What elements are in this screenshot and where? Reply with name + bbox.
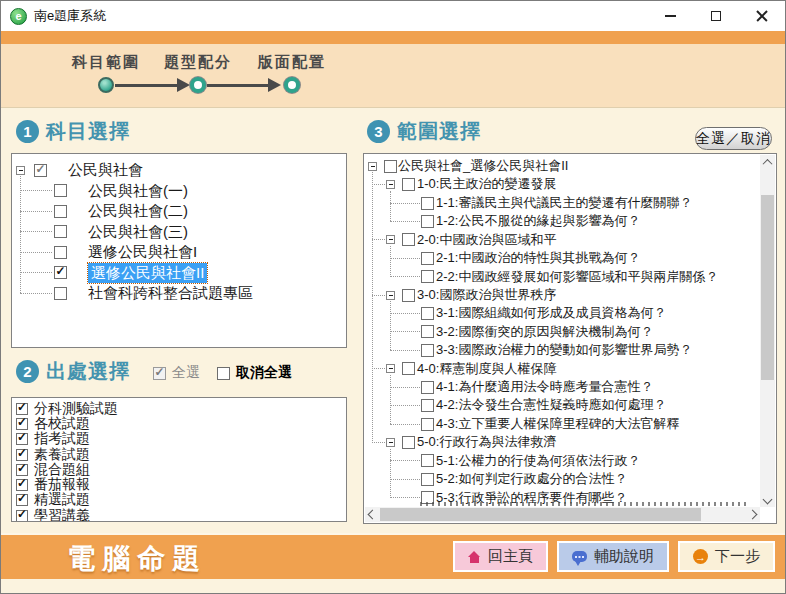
- step-indicator: 科目範圍 題型配分 版面配置: [1, 44, 785, 108]
- tree-checkbox[interactable]: [421, 307, 434, 320]
- tree-connector: [390, 479, 420, 480]
- check-icon: ✓: [36, 162, 46, 176]
- tree-checkbox[interactable]: [421, 381, 434, 394]
- tree-checkbox[interactable]: [402, 233, 415, 246]
- tree-checkbox[interactable]: [421, 215, 434, 228]
- tree-checkbox[interactable]: [402, 178, 415, 191]
- source-checkbox[interactable]: ✓: [16, 464, 28, 476]
- source-checkbox[interactable]: ✓: [16, 479, 28, 491]
- tree-checkbox[interactable]: ✓: [34, 164, 47, 177]
- horizontal-scrollbar[interactable]: [365, 507, 760, 522]
- tree-connector: [390, 246, 391, 277]
- tree-checkbox[interactable]: [54, 246, 67, 259]
- tree-item-label[interactable]: 公民與社會(三): [88, 222, 188, 243]
- toggle-select-all-button[interactable]: 全選／取消: [695, 127, 772, 150]
- footer-bar: 電腦命題 回主頁 輔助說明 → 下一步: [1, 533, 785, 579]
- tree-checkbox[interactable]: [421, 399, 434, 412]
- tree-expand-toggle[interactable]: [16, 166, 25, 175]
- tree-item-label[interactable]: 2-2:中國政經發展如何影響區域和平與兩岸關係？: [436, 268, 718, 286]
- tree-item-label[interactable]: 1-2:公民不服從的緣起與影響為何？: [436, 212, 640, 230]
- tree-item-label[interactable]: 選修公民與社會II: [88, 263, 207, 284]
- tree-item-label[interactable]: 公民與社會: [68, 160, 143, 181]
- tree-checkbox[interactable]: [384, 160, 397, 173]
- range-section-title: 範圍選擇: [397, 118, 481, 145]
- tree-item-label[interactable]: 1-1:審議民主與代議民主的變遷有什麼關聯？: [436, 194, 692, 212]
- source-checkbox[interactable]: ✓: [16, 418, 28, 430]
- tree-item-label[interactable]: 社會科跨科整合試題專區: [88, 283, 253, 304]
- list-item[interactable]: ✓學習講義: [16, 508, 90, 522]
- tree-connector: [20, 252, 52, 253]
- source-checkbox[interactable]: ✓: [16, 494, 28, 506]
- tree-item-label[interactable]: 2-1:中國政治的特性與其挑戰為何？: [436, 249, 640, 267]
- next-step-button[interactable]: → 下一步: [678, 541, 775, 572]
- tree-item-label[interactable]: 公民與社會(一): [88, 181, 188, 202]
- tree-item-label[interactable]: 4-1:為什麼適用法令時應考量合憲性？: [436, 378, 653, 396]
- clipped-tree-row: [420, 502, 746, 506]
- scroll-up-button[interactable]: [760, 155, 775, 170]
- tree-checkbox[interactable]: [402, 289, 415, 302]
- tree-item-label[interactable]: 5-0:行政行為與法律救濟: [417, 433, 556, 451]
- tree-checkbox[interactable]: [54, 287, 67, 300]
- home-button[interactable]: 回主頁: [453, 541, 548, 572]
- scroll-left-button[interactable]: [365, 507, 380, 522]
- minus-icon: [389, 442, 393, 443]
- step-arrow-icon: [268, 78, 281, 92]
- help-button[interactable]: 輔助說明: [557, 541, 669, 572]
- tree-item-label[interactable]: 公民與社會(二): [88, 201, 188, 222]
- tree-connector: [20, 176, 21, 293]
- tree-checkbox[interactable]: [54, 205, 67, 218]
- tree-checkbox[interactable]: [421, 473, 434, 486]
- source-item-label: 學習講義: [34, 507, 90, 522]
- select-all-checkbox[interactable]: ✓ 全選: [153, 364, 200, 382]
- tree-checkbox[interactable]: [421, 454, 434, 467]
- tree-item-label[interactable]: 3-2:國際衝突的原因與解決機制為何？: [436, 323, 653, 341]
- source-checkbox[interactable]: ✓: [16, 403, 28, 415]
- tree-checkbox[interactable]: ✓: [54, 266, 67, 279]
- source-checkbox[interactable]: ✓: [16, 449, 28, 461]
- tree-connector: [390, 424, 420, 425]
- tree-expand-toggle[interactable]: [386, 438, 395, 447]
- minimize-button[interactable]: [647, 1, 693, 31]
- tree-checkbox[interactable]: [421, 252, 434, 265]
- tree-item-label[interactable]: 公民與社會_選修公民與社會II: [398, 157, 568, 175]
- deselect-all-checkbox[interactable]: 取消全選: [217, 364, 292, 382]
- tree-checkbox[interactable]: [54, 225, 67, 238]
- tree-checkbox[interactable]: [421, 418, 434, 431]
- tree-checkbox[interactable]: [421, 325, 434, 338]
- tree-expand-toggle[interactable]: [386, 291, 395, 300]
- vertical-scroll-thumb[interactable]: [761, 195, 774, 380]
- tree-connector: [372, 184, 385, 185]
- tree-item-label[interactable]: 5-1:公權力的行使為何須依法行政？: [436, 452, 640, 470]
- tree-item-label[interactable]: 2-0:中國政治與區域和平: [417, 231, 556, 249]
- maximize-button[interactable]: [693, 1, 739, 31]
- subject-section-title: 科目選擇: [46, 118, 130, 145]
- source-checkbox[interactable]: ✓: [16, 510, 28, 522]
- tree-checkbox[interactable]: [54, 184, 67, 197]
- app-window: e 南e題庫系統 科目範圍 題型配分 版面配置 1 科目選擇 ✓公民與社會公民與…: [0, 0, 786, 594]
- vertical-scrollbar[interactable]: [760, 155, 775, 507]
- scroll-down-button[interactable]: [760, 492, 775, 507]
- tree-checkbox[interactable]: [402, 362, 415, 375]
- close-button[interactable]: [739, 1, 785, 31]
- tree-checkbox[interactable]: [402, 436, 415, 449]
- tree-expand-toggle[interactable]: [386, 180, 395, 189]
- tree-item-label[interactable]: 5-2:如何判定行政處分的合法性？: [436, 470, 627, 488]
- tree-expand-toggle[interactable]: [386, 364, 395, 373]
- tree-checkbox[interactable]: [421, 270, 434, 283]
- tree-item-label[interactable]: 4-2:法令發生合憲性疑義時應如何處理？: [436, 396, 666, 414]
- tree-checkbox[interactable]: [421, 197, 434, 210]
- tree-expand-toggle[interactable]: [386, 235, 395, 244]
- tree-item-label[interactable]: 4-3:立下重要人權保障里程碑的大法官解釋: [436, 415, 679, 433]
- tree-item-label[interactable]: 3-1:國際組織如何形成及成員資格為何？: [436, 304, 666, 322]
- tree-item-label[interactable]: 3-3:國際政治權力的變動如何影響世界局勢？: [436, 341, 692, 359]
- source-checkbox[interactable]: ✓: [16, 433, 28, 445]
- tree-expand-toggle[interactable]: [368, 162, 377, 171]
- tree-item-label[interactable]: 選修公民與社會I: [88, 242, 197, 263]
- tree-item-label[interactable]: 3-0:國際政治與世界秩序: [417, 286, 556, 304]
- tree-checkbox[interactable]: [421, 344, 434, 357]
- tree-item-label[interactable]: 4-0:釋憲制度與人權保障: [417, 360, 556, 378]
- horizontal-scroll-thumb[interactable]: [380, 508, 701, 521]
- scroll-right-button[interactable]: [745, 507, 760, 522]
- tree-item-label[interactable]: 1-0:民主政治的變遷發展: [417, 175, 556, 193]
- step-arrow-icon: [177, 78, 190, 92]
